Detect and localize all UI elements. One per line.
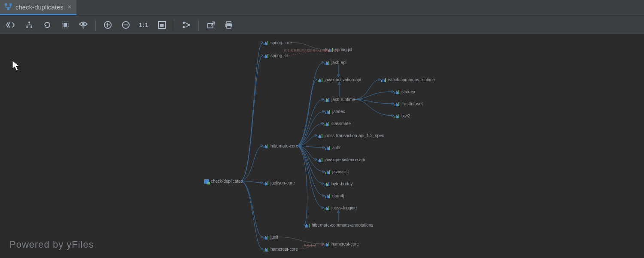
lib-icon — [325, 146, 331, 150]
lib-icon — [325, 170, 331, 174]
edge-label-spring-jcl-conflict: 5.1.5.RELEASE 5.1.4.RELEASE — [284, 49, 340, 53]
svg-point-13 — [183, 22, 185, 24]
edge-label-hamcrest-conflict: 1.3 1.2 — [304, 243, 316, 247]
node-label: hibernate-core — [270, 144, 298, 148]
node-label: javax.persistence-api — [325, 157, 365, 162]
node-hamcrest-core-duplicate[interactable]: hamcrest-core — [325, 242, 359, 246]
svg-rect-2 — [7, 8, 9, 10]
lib-icon — [325, 206, 330, 210]
node-root[interactable]: check-duplicates — [204, 179, 243, 184]
lib-icon — [395, 90, 400, 94]
node-byte-buddy[interactable]: byte-buddy — [325, 181, 352, 186]
node-junit[interactable]: junit — [264, 235, 278, 240]
node-javassist[interactable]: javassist — [325, 169, 349, 174]
refresh-button[interactable] — [39, 17, 56, 33]
export-button[interactable] — [202, 17, 219, 33]
node-label: spring-jcl — [270, 53, 288, 58]
layout-button[interactable] — [178, 17, 195, 33]
lib-icon — [264, 41, 269, 45]
node-label: hibernate-commons-annotations — [312, 223, 373, 227]
svg-point-5 — [30, 26, 32, 28]
node-jboss-logging[interactable]: jboss-logging — [325, 206, 357, 210]
svg-rect-12 — [160, 24, 164, 27]
node-label: FastInfoset — [401, 101, 422, 106]
node-label: byte-buddy — [331, 181, 352, 186]
selection-button[interactable] — [57, 17, 74, 33]
tab-bar: check-duplicates × — [0, 0, 644, 15]
node-javax-activation-api[interactable]: javax.activation-api — [318, 77, 361, 82]
node-hibernate-commons-annotations[interactable]: hibernate-commons-annotations — [305, 223, 373, 227]
module-icon — [204, 179, 209, 184]
visibility-button[interactable] — [75, 17, 92, 33]
close-icon[interactable]: × — [67, 3, 72, 10]
node-dom4j[interactable]: dom4j — [325, 194, 344, 198]
tab-title: check-duplicates — [15, 3, 64, 11]
lib-icon — [325, 122, 330, 126]
lib-icon — [264, 144, 269, 148]
lib-icon — [325, 194, 331, 198]
lib-icon — [264, 54, 269, 58]
node-label: jaxb-api — [331, 60, 346, 65]
lib-icon — [318, 134, 323, 138]
node-label: stax-ex — [401, 89, 415, 94]
node-label: jboss-transaction-api_1.2_spec — [325, 133, 384, 138]
node-label: dom4j — [332, 194, 344, 198]
diagram-icon — [4, 3, 12, 11]
separator — [95, 19, 96, 31]
node-label: jboss-logging — [331, 206, 357, 210]
watermark: Powered by yFiles — [9, 239, 94, 250]
node-label: javassist — [332, 169, 349, 174]
node-label: jackson-core — [270, 181, 295, 185]
node-spring-jcl[interactable]: spring-jcl — [264, 53, 288, 58]
fit-content-button[interactable] — [153, 17, 170, 33]
node-stax-ex[interactable]: stax-ex — [395, 89, 415, 94]
node-istack-commons-runtime[interactable]: istack-commons-runtime — [381, 77, 435, 82]
lib-icon — [264, 181, 269, 185]
node-txw2[interactable]: txw2 — [395, 114, 410, 118]
node-hibernate-core[interactable]: hibernate-core — [264, 144, 298, 148]
lib-icon — [395, 114, 400, 118]
node-label: jaxb-runtime — [331, 97, 355, 102]
node-label: spring-core — [270, 40, 292, 45]
node-antlr[interactable]: antlr — [325, 145, 340, 150]
tab-check-duplicates[interactable]: check-duplicates × — [0, 0, 76, 15]
svg-point-4 — [26, 26, 28, 28]
svg-rect-7 — [64, 23, 67, 27]
separator — [174, 19, 174, 31]
print-button[interactable] — [220, 17, 237, 33]
svg-rect-0 — [5, 3, 7, 6]
node-jaxb-api[interactable]: jaxb-api — [325, 60, 346, 65]
lib-icon — [305, 223, 310, 227]
diagram-canvas[interactable]: check-duplicates spring-core spring-jcl … — [0, 34, 644, 258]
node-jboss-transaction-api[interactable]: jboss-transaction-api_1.2_spec — [318, 133, 384, 138]
node-label: antlr — [332, 145, 340, 150]
lib-icon — [381, 78, 386, 82]
node-classmate[interactable]: classmate — [325, 121, 351, 126]
node-hamcrest-core[interactable]: hamcrest-core — [264, 247, 298, 252]
node-jackson-core[interactable]: jackson-core — [264, 181, 295, 185]
node-fastinfoset[interactable]: FastInfoset — [395, 101, 422, 106]
toolbar: 1:1 — [0, 15, 644, 34]
zoom-in-button[interactable] — [99, 17, 116, 33]
svg-point-3 — [28, 22, 30, 23]
svg-rect-1 — [9, 3, 12, 6]
lib-icon — [325, 61, 330, 65]
tree-button[interactable] — [21, 17, 38, 33]
lib-icon — [325, 110, 331, 114]
actual-size-button[interactable]: 1:1 — [135, 17, 152, 33]
node-label: javax.activation-api — [325, 77, 361, 82]
svg-point-14 — [183, 26, 185, 28]
svg-point-8 — [82, 23, 85, 25]
lib-icon — [395, 102, 400, 106]
node-label: hamcrest-core — [331, 242, 359, 246]
lib-icon — [318, 78, 323, 82]
node-javax-persistence-api[interactable]: javax.persistence-api — [318, 157, 365, 162]
lib-icon — [318, 158, 323, 162]
node-spring-core[interactable]: spring-core — [264, 40, 292, 45]
node-jaxb-runtime[interactable]: jaxb-runtime — [325, 97, 355, 102]
node-label: junit — [270, 235, 278, 240]
collapse-button[interactable] — [3, 17, 20, 33]
node-jandex[interactable]: jandex — [325, 109, 345, 114]
lib-icon — [325, 182, 330, 186]
zoom-out-button[interactable] — [117, 17, 134, 33]
